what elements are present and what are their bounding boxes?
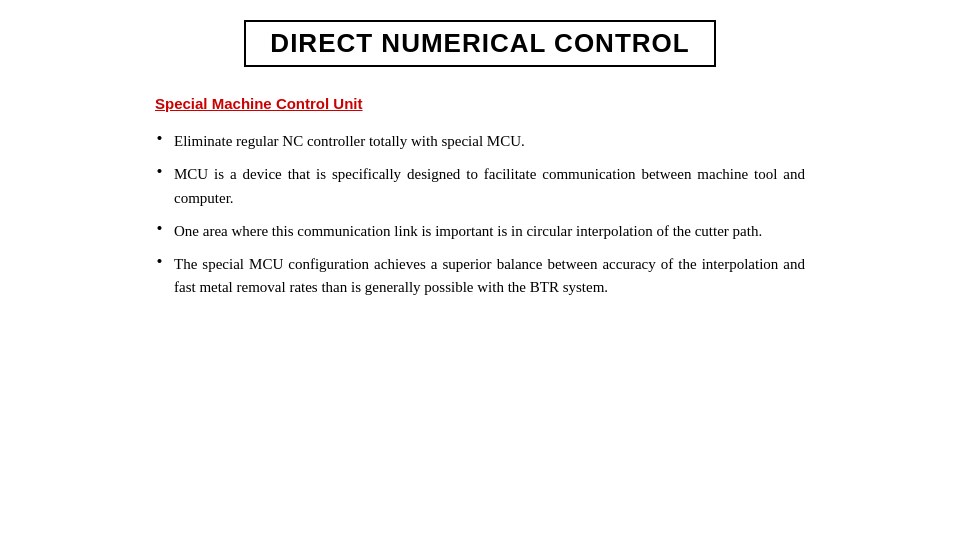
bullet-item-1: • Eliminate regular NC controller totall… (155, 130, 805, 153)
page-container: DIRECT NUMERICAL CONTROL Special Machine… (0, 0, 960, 540)
bullet-text-4: The special MCU configuration achieves a… (174, 253, 805, 300)
subtitle: Special Machine Control Unit (155, 95, 805, 112)
bullet-text-1: Eliminate regular NC controller totally … (174, 130, 525, 153)
page-title: DIRECT NUMERICAL CONTROL (270, 28, 689, 58)
bullet-dot-2: • (155, 164, 164, 181)
bullet-item-3: • One area where this communication link… (155, 220, 805, 243)
bullet-dot-4: • (155, 254, 164, 271)
bullet-item-2: • MCU is a device that is specifically d… (155, 163, 805, 210)
bullet-item-4: • The special MCU configuration achieves… (155, 253, 805, 300)
title-box: DIRECT NUMERICAL CONTROL (244, 20, 715, 67)
bullet-dot-1: • (155, 131, 164, 148)
bullet-text-3: One area where this communication link i… (174, 220, 762, 243)
bullet-text-2: MCU is a device that is specifically des… (174, 163, 805, 210)
content-area: • Eliminate regular NC controller totall… (155, 130, 805, 310)
bullet-dot-3: • (155, 221, 164, 238)
